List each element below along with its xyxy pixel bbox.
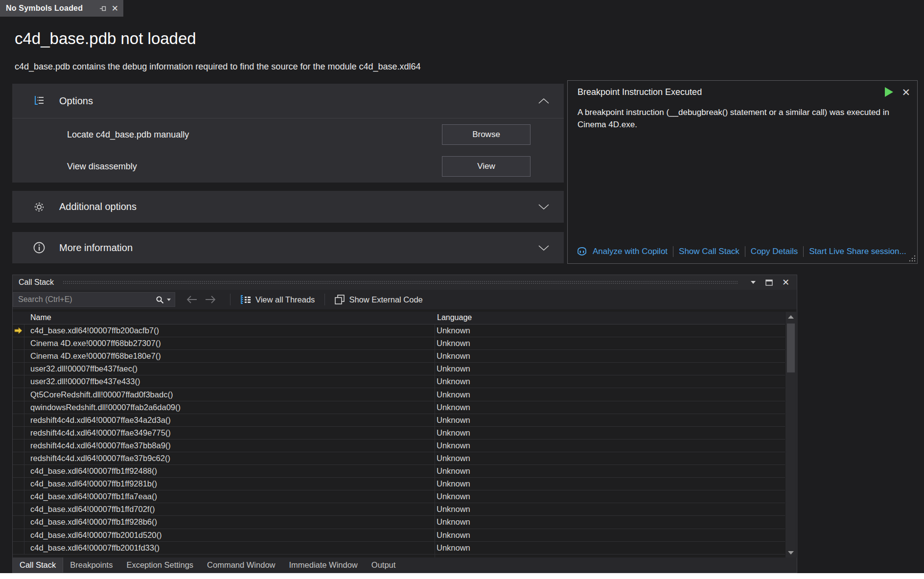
locate-pdb-label: Locate c4d_base.pdb manually [67, 130, 189, 140]
close-tab-icon[interactable]: ✕ [112, 4, 118, 13]
table-row[interactable]: c4d_base.xdl64!00007ffb1ff928b6()Unknown [13, 516, 785, 529]
frame-name: Cinema 4D.exe!00007ff68be180e7() [24, 351, 434, 361]
bottom-tab-strip: Call StackBreakpointsException SettingsC… [13, 557, 797, 573]
chevron-down-icon [538, 204, 549, 209]
table-row[interactable]: Cinema 4D.exe!00007ff68bb27307()Unknown [13, 337, 785, 350]
column-header-language[interactable]: Language [437, 313, 472, 322]
table-row[interactable]: redshift4c4d.xdl64!00007ffae349e775()Unk… [13, 427, 785, 440]
table-row[interactable]: c4d_base.xdl64!00007ffb1ffa7eaa()Unknown [13, 490, 785, 503]
row-gutter [13, 465, 24, 477]
gear-icon [33, 201, 46, 213]
options-panel-header[interactable]: Options [12, 84, 564, 118]
search-icon[interactable] [156, 296, 164, 304]
maximize-icon[interactable] [765, 279, 773, 286]
row-gutter [13, 490, 24, 503]
frame-name: user32.dll!00007ffbe437e433() [24, 377, 434, 386]
frame-language: Unknown [434, 492, 470, 501]
view-button[interactable]: View [442, 156, 531, 177]
close-panel-icon[interactable]: ✕ [782, 278, 789, 287]
tab-breakpoints[interactable]: Breakpoints [63, 557, 119, 573]
document-tab-title: No Symbols Loaded [6, 4, 94, 13]
frame-name: Qt5CoreRedshift.dll!00007ffad0f3badc() [24, 390, 434, 399]
show-external-code-button[interactable]: Show External Code [330, 292, 427, 307]
options-panel: Options Locate c4d_base.pdb manually Bro… [12, 84, 564, 183]
search-box[interactable] [13, 292, 175, 307]
call-stack-rows: c4d_base.xdl64!00007ffb200acfb7()Unknown… [13, 324, 785, 557]
table-row[interactable]: user32.dll!00007ffbe437e433()Unknown [13, 375, 785, 388]
document-tab[interactable]: No Symbols Loaded ✕ [0, 0, 123, 17]
column-header-name[interactable]: Name [30, 313, 51, 322]
pin-icon[interactable] [99, 5, 107, 12]
tab-call-stack[interactable]: Call Stack [13, 557, 63, 573]
frame-name: c4d_base.xdl64!00007ffb1ff92488() [24, 466, 434, 476]
threads-icon [240, 295, 251, 304]
divider [230, 294, 231, 305]
resize-grip[interactable] [909, 255, 916, 262]
table-row[interactable]: Qt5CoreRedshift.dll!00007ffad0f3badc()Un… [13, 388, 785, 401]
table-row[interactable]: redshift4c4d.xdl64!00007ffae37bb8a9()Unk… [13, 440, 785, 452]
row-gutter [13, 478, 24, 490]
row-gutter [13, 452, 24, 464]
table-row[interactable]: c4d_base.xdl64!00007ffb1ff92488()Unknown [13, 465, 785, 478]
continue-play-icon[interactable] [884, 87, 894, 97]
show-call-stack-link[interactable]: Show Call Stack [679, 247, 739, 256]
row-gutter [13, 363, 24, 375]
search-input[interactable] [18, 295, 153, 304]
start-live-share-link[interactable]: Start Live Share session... [809, 247, 906, 256]
tab-immediate-window[interactable]: Immediate Window [282, 557, 364, 573]
call-stack-titlebar[interactable]: Call Stack ✕ [13, 275, 797, 290]
symbol-options-icon [33, 95, 46, 107]
frame-language: Unknown [434, 441, 470, 450]
scroll-up-icon[interactable] [785, 313, 796, 321]
dialog-close-icon[interactable]: ✕ [901, 87, 910, 97]
tab-output[interactable]: Output [365, 557, 403, 573]
frame-name: c4d_base.xdl64!00007ffb2001d520() [24, 531, 434, 540]
navigate-forward-icon[interactable] [205, 295, 216, 304]
table-row[interactable]: Cinema 4D.exe!00007ff68be180e7()Unknown [13, 350, 785, 363]
frame-language: Unknown [434, 517, 470, 527]
divider [324, 294, 325, 305]
frame-name: c4d_base.xdl64!00007ffb200acfb7() [24, 326, 434, 335]
view-disassembly-label: View disassembly [67, 162, 137, 172]
table-row[interactable]: c4d_base.xdl64!00007ffb1ffd702f()Unknown [13, 503, 785, 516]
scrollbar-thumb[interactable] [787, 324, 795, 372]
frame-name: redshift4c4d.xdl64!00007ffae37b9c62() [24, 454, 434, 463]
frame-language: Unknown [434, 390, 470, 399]
search-options-caret-icon[interactable] [167, 299, 171, 301]
browse-button[interactable]: Browse [442, 124, 531, 145]
view-all-threads-button[interactable]: View all Threads [235, 292, 320, 307]
table-row[interactable]: qwindowsRedshift.dll!00007ffab2a6da09()U… [13, 401, 785, 414]
scroll-down-icon[interactable] [785, 549, 796, 556]
table-row[interactable]: c4d_base.xdl64!00007ffb200acfb7()Unknown [13, 324, 785, 337]
table-row[interactable]: user32.dll!00007ffbe437faec()Unknown [13, 363, 785, 375]
navigate-back-icon[interactable] [186, 295, 198, 304]
analyze-with-copilot-link[interactable]: Analyze with Copilot [593, 247, 668, 256]
row-gutter [13, 414, 24, 426]
more-information-header[interactable]: More information [12, 232, 564, 263]
additional-options-title: Additional options [59, 201, 525, 212]
table-header: Name Language [13, 312, 785, 324]
vertical-scrollbar[interactable] [785, 312, 796, 557]
drag-grip[interactable] [63, 280, 738, 285]
tab-exception-settings[interactable]: Exception Settings [119, 557, 200, 573]
row-gutter [13, 542, 24, 554]
table-row[interactable]: c4d_base.xdl64!00007ffb2001fd33()Unknown [13, 542, 785, 555]
frame-name: redshift4c4d.xdl64!00007ffae349e775() [24, 428, 434, 438]
additional-options-header[interactable]: Additional options [12, 191, 564, 223]
copy-details-link[interactable]: Copy Details [751, 247, 798, 256]
table-row[interactable]: c4d_base.xdl64!00007ffb2001d520()Unknown [13, 529, 785, 542]
table-row[interactable]: redshift4c4d.xdl64!00007ffae37b9c62()Unk… [13, 452, 785, 465]
tab-command-window[interactable]: Command Window [200, 557, 282, 573]
table-row[interactable]: c4d_base.xdl64!00007ffb1ff9281b()Unknown [13, 478, 785, 490]
row-gutter [13, 401, 24, 414]
table-row[interactable]: redshift4c4d.xdl64!00007ffae34a2d3a()Unk… [13, 414, 785, 427]
window-position-icon[interactable] [751, 281, 756, 284]
frame-language: Unknown [434, 377, 470, 386]
frame-language: Unknown [434, 364, 470, 373]
chevron-up-icon [538, 98, 549, 104]
page-subtitle: c4d_base.pdb contains the debug informat… [15, 62, 421, 72]
external-code-icon [335, 295, 345, 304]
locate-pdb-row: Locate c4d_base.pdb manually Browse [67, 124, 531, 145]
more-information-title: More information [59, 242, 525, 254]
call-stack-title: Call Stack [19, 278, 54, 287]
